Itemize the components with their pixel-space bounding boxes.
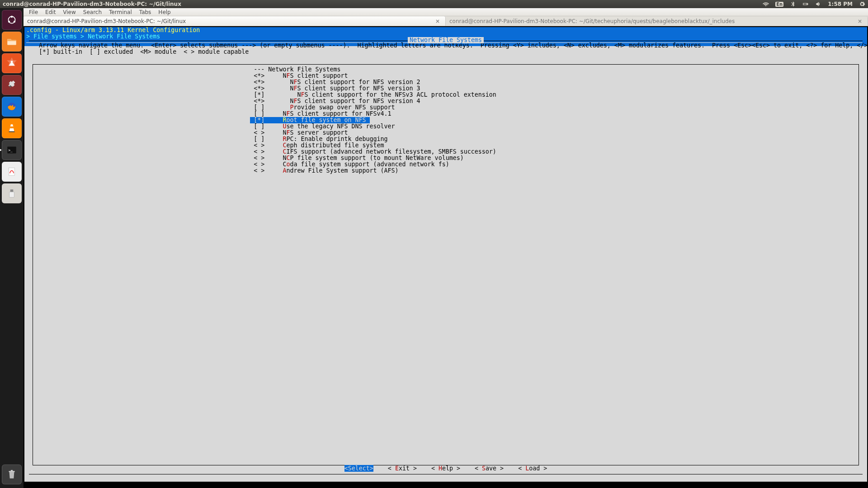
clock[interactable]: 1:58 PM bbox=[828, 1, 853, 7]
system-tray: En 1:58 PM bbox=[763, 1, 865, 7]
svg-rect-4 bbox=[11, 61, 13, 63]
kconfig-menu-item[interactable]: [ ] Use the legacy NFS DNS resolver bbox=[33, 123, 859, 130]
svg-rect-7 bbox=[9, 131, 15, 132]
kconfig-menu-item[interactable]: < > NFS server support bbox=[33, 130, 859, 136]
svg-point-5 bbox=[9, 85, 11, 87]
menu-file[interactable]: File bbox=[25, 9, 42, 15]
save-button[interactable]: ave bbox=[486, 465, 496, 472]
help-button[interactable]: elp bbox=[442, 465, 453, 472]
help-button-hk[interactable]: H bbox=[439, 465, 442, 472]
menu-tabs[interactable]: Tabs bbox=[136, 9, 155, 15]
usb-device-icon[interactable] bbox=[2, 183, 22, 203]
svg-rect-13 bbox=[9, 471, 15, 472]
terminal-window: File Edit View Search Terminal Tabs Help… bbox=[24, 8, 868, 488]
kconfig-frame: Network File Systems Arrow keys navigate… bbox=[29, 41, 863, 474]
menu-view[interactable]: View bbox=[59, 9, 79, 15]
unity-top-panel: conrad@conrad-HP-Pavilion-dm3-Notebook-P… bbox=[0, 0, 868, 8]
svg-point-2 bbox=[8, 21, 10, 23]
select-button[interactable]: <Select> bbox=[344, 465, 373, 472]
exit-button-hk[interactable]: E bbox=[395, 465, 399, 472]
battery-icon[interactable] bbox=[802, 1, 809, 7]
kconfig-menu-item[interactable]: <*> NFS client support for NFS version 4 bbox=[33, 98, 859, 104]
svg-text:>_: >_ bbox=[8, 148, 13, 152]
vlc-icon[interactable] bbox=[2, 118, 22, 138]
svg-point-3 bbox=[14, 21, 15, 23]
kconfig-menu-item[interactable]: < > CIFS support (advanced network files… bbox=[33, 149, 859, 155]
tab-label: conrad@conrad-HP-Pavilion-dm3-Notebook-P… bbox=[27, 18, 186, 24]
tab-close-icon[interactable]: × bbox=[434, 18, 442, 24]
kconfig-menu-item[interactable]: < > Ceph distributed file system bbox=[33, 142, 859, 149]
kconfig-menu-item[interactable]: < > NCP file system support (to mount Ne… bbox=[33, 155, 859, 161]
svg-point-1 bbox=[11, 16, 13, 18]
svg-rect-14 bbox=[11, 470, 13, 471]
kconfig-menu-item[interactable]: --- Network File Systems bbox=[33, 66, 859, 73]
kconfig-header: .config - Linux/arm 3.13.11 Kernel Confi… bbox=[24, 27, 867, 33]
save-button-hk[interactable]: S bbox=[482, 465, 486, 472]
kconfig-menu-item[interactable]: [*] Root file system on NFS bbox=[33, 117, 859, 123]
terminal-tab-inactive[interactable]: conrad@conrad-HP-Pavilion-dm3-Notebook-P… bbox=[446, 16, 868, 26]
document-viewer-icon[interactable] bbox=[2, 162, 22, 182]
kconfig-menu-item[interactable]: <*> NFS client support bbox=[33, 73, 859, 79]
trash-icon[interactable] bbox=[2, 465, 22, 484]
kconfig-menu-item[interactable]: <*> NFS client support for NFS version 3 bbox=[33, 85, 859, 92]
kconfig-menu-item[interactable]: < > Andrew File System support (AFS) bbox=[33, 168, 859, 174]
svg-rect-12 bbox=[9, 192, 14, 197]
bluetooth-icon[interactable] bbox=[790, 1, 796, 7]
kconfig-frame-title: Network File Systems bbox=[408, 37, 484, 43]
kconfig-menu-item[interactable]: [ ] NFS client support for NFSv4.1 bbox=[33, 111, 859, 117]
language-indicator[interactable]: En bbox=[775, 2, 783, 7]
unity-launcher: >_ bbox=[0, 8, 24, 488]
kconfig-menu-item[interactable]: [*] NFS client support for the NFSv3 ACL… bbox=[33, 92, 859, 98]
tab-label: conrad@conrad-HP-Pavilion-dm3-Notebook-P… bbox=[449, 18, 735, 24]
terminal-tabbar: conrad@conrad-HP-Pavilion-dm3-Notebook-P… bbox=[24, 16, 868, 26]
firefox-icon[interactable] bbox=[2, 97, 22, 117]
menu-terminal[interactable]: Terminal bbox=[105, 9, 136, 15]
software-center-icon[interactable] bbox=[2, 53, 22, 73]
gear-icon[interactable] bbox=[859, 1, 865, 7]
dash-icon[interactable] bbox=[2, 10, 22, 30]
kconfig-button-row: <Select> < Exit > < Help > < Save > < Lo… bbox=[29, 465, 863, 472]
load-button-hk[interactable]: L bbox=[525, 465, 529, 472]
kconfig-menu-item[interactable]: <*> NFS client support for NFS version 2 bbox=[33, 79, 859, 85]
terminal-icon[interactable]: >_ bbox=[2, 140, 22, 160]
menu-edit[interactable]: Edit bbox=[42, 9, 59, 15]
wifi-icon[interactable] bbox=[763, 1, 769, 7]
window-title: conrad@conrad-HP-Pavilion-dm3-Notebook-P… bbox=[3, 1, 763, 7]
menu-help[interactable]: Help bbox=[155, 9, 174, 15]
load-button[interactable]: oad bbox=[529, 465, 540, 472]
menu-search[interactable]: Search bbox=[80, 9, 105, 15]
svg-rect-11 bbox=[10, 189, 14, 192]
kconfig-menu-item[interactable]: [ ] Provide swap over NFS support bbox=[33, 104, 859, 111]
kconfig-menu-list[interactable]: --- Network File Systems <*> NFS client … bbox=[33, 65, 859, 174]
terminal-tab-active[interactable]: conrad@conrad-HP-Pavilion-dm3-Notebook-P… bbox=[24, 16, 446, 26]
kconfig-menu-item[interactable]: < > Coda file system support (advanced n… bbox=[33, 161, 859, 168]
kconfig-menu-box: --- Network File Systems <*> NFS client … bbox=[33, 64, 859, 465]
sound-icon[interactable] bbox=[815, 1, 821, 7]
window-menubar: File Edit View Search Terminal Tabs Help bbox=[24, 8, 868, 16]
files-icon[interactable] bbox=[2, 32, 22, 52]
exit-button[interactable]: xit bbox=[399, 465, 410, 472]
terminal-bottom-border bbox=[24, 482, 867, 487]
tab-close-icon[interactable]: × bbox=[856, 18, 864, 24]
desktop: File Edit View Search Terminal Tabs Help… bbox=[24, 8, 868, 488]
kconfig-menu-item[interactable]: [ ] RPC: Enable dprintk debugging bbox=[33, 136, 859, 142]
svg-rect-10 bbox=[9, 168, 15, 175]
terminal-viewport[interactable]: .config - Linux/arm 3.13.11 Kernel Confi… bbox=[24, 26, 868, 488]
settings-icon[interactable] bbox=[2, 75, 22, 95]
